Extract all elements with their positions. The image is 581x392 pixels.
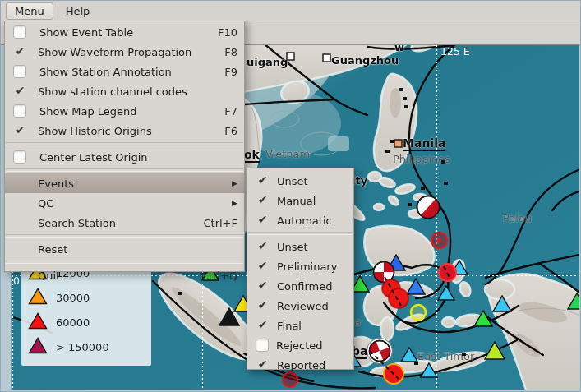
checkbox-unchecked-icon[interactable] (256, 339, 269, 352)
menu-dropdown: Show Event TableF10✔Show Waveform Propag… (4, 19, 245, 272)
menu-item-center-latest-origin[interactable]: Center Latest Origin (5, 147, 244, 167)
menu-item-automatic[interactable]: ✔Automatic (247, 210, 353, 230)
checkbox-checked-icon[interactable]: ✔ (256, 260, 270, 273)
checkbox-unchecked-icon[interactable] (13, 65, 26, 78)
menu-item-label: Automatic (277, 214, 347, 227)
checkbox-checked-icon[interactable]: ✔ (13, 124, 27, 137)
legend-value: > 150000 (56, 341, 109, 353)
submenu-arrow-icon: ▶ (232, 179, 237, 187)
menu-item-label: Show Historic Origins (38, 125, 214, 137)
station-tick-marker[interactable] (414, 353, 418, 368)
legend-row: 30000 (21, 285, 151, 310)
origin-uncertainty-dashes (440, 263, 453, 284)
station-triangle-marker[interactable] (473, 310, 493, 330)
menu-item-shortcut: F6 (224, 125, 237, 137)
menu-item-label: Final (277, 320, 347, 332)
menu-item-final[interactable]: ✔Final (247, 316, 353, 335)
menu-item-reported[interactable]: ✔Reported (247, 355, 353, 375)
events-submenu: ✔Unset✔Manual✔Automatic✔Unset✔Preliminar… (247, 168, 354, 370)
focal-mechanism-beachball[interactable] (415, 194, 441, 224)
menu-item-unset[interactable]: ✔Unset (247, 171, 353, 191)
menubar-item-menu[interactable]: Menu (6, 2, 53, 20)
menu-item-shortcut: Ctrl+F (203, 217, 237, 229)
checkbox-checked-icon[interactable]: ✔ (256, 174, 270, 187)
menu-item-label: QC (38, 197, 225, 210)
menu-item-show-station-channel-codes[interactable]: ✔Show station channel codes (5, 81, 244, 101)
checkbox-checked-icon[interactable]: ✔ (13, 85, 27, 98)
menu-separator (6, 142, 243, 145)
menu-item-shortcut: Ctrl+Q (201, 270, 237, 282)
legend-row: > 150000 (21, 334, 151, 359)
menu-item-shortcut: F7 (224, 105, 237, 118)
station-tick-marker[interactable] (462, 344, 466, 359)
checkbox-checked-icon[interactable]: ✔ (256, 279, 270, 293)
menu-bar: MenuHelp (1, 1, 580, 21)
checkbox-checked-icon[interactable]: ✔ (256, 214, 270, 227)
menu-item-label: Show Station Annotation (39, 66, 214, 78)
menu-item-show-map-legend[interactable]: Show Map LegendF7 (5, 101, 244, 121)
menu-item-show-event-table[interactable]: Show Event TableF10 (5, 22, 244, 42)
application-window: MenuHelp (0, 0, 581, 392)
menu-item-show-historic-origins[interactable]: ✔Show Historic OriginsF6 (5, 121, 244, 141)
checkbox-unchecked-icon[interactable] (13, 150, 26, 164)
checkbox-unchecked-icon[interactable] (13, 104, 26, 118)
menu-item-search-station[interactable]: Search StationCtrl+F (5, 213, 244, 233)
menu-item-label: Rejected (276, 339, 347, 352)
city-square-marker (394, 136, 403, 151)
menu-item-unset[interactable]: ✔Unset (247, 237, 353, 256)
station-triangle-marker[interactable] (492, 295, 512, 316)
city-square-marker (322, 50, 331, 66)
menu-item-reviewed[interactable]: ✔Reviewed (247, 296, 353, 316)
station-triangle-marker[interactable] (484, 341, 505, 363)
checkbox-checked-icon[interactable]: ✔ (13, 45, 27, 58)
checkbox-checked-icon[interactable]: ✔ (256, 358, 270, 371)
menu-item-quit[interactable]: QuitCtrl+Q (5, 265, 244, 285)
checkbox-checked-icon[interactable]: ✔ (256, 299, 270, 312)
station-tick-marker[interactable] (408, 194, 412, 210)
legend-triangle-icon (28, 337, 48, 357)
menu-item-qc[interactable]: QC▶ (5, 193, 244, 213)
menu-separator (6, 261, 243, 264)
menu-check-spacer (13, 269, 27, 282)
menu-item-label: Events (38, 178, 225, 190)
station-triangle-marker[interactable] (567, 293, 579, 313)
menu-check-spacer (13, 177, 27, 190)
checkbox-checked-icon[interactable]: ✔ (256, 240, 270, 253)
menu-item-label: Search Station (38, 217, 193, 229)
station-tick-marker[interactable] (421, 178, 425, 193)
menu-separator (6, 234, 243, 238)
menu-check-spacer (13, 242, 27, 256)
station-tick-marker[interactable] (404, 96, 408, 112)
menu-item-manual[interactable]: ✔Manual (247, 191, 353, 210)
menu-item-show-station-annotation[interactable]: Show Station AnnotationF9 (5, 62, 244, 81)
menu-item-label: Center Latest Origin (39, 151, 237, 164)
station-tick-marker[interactable] (441, 151, 445, 167)
station-tick-marker[interactable] (444, 173, 448, 188)
station-tick-marker[interactable] (390, 131, 394, 146)
station-triangle-marker[interactable] (437, 285, 455, 304)
menu-item-events[interactable]: Events▶ (5, 173, 244, 193)
menu-item-label: Show Waveform Propagation (38, 46, 214, 58)
checkbox-unchecked-icon[interactable] (13, 25, 26, 39)
legend-row: 60000 (21, 310, 151, 334)
menu-item-reset[interactable]: Reset (5, 239, 244, 259)
menu-item-label: Reported (277, 359, 347, 371)
menu-item-confirmed[interactable]: ✔Confirmed (247, 276, 353, 296)
menu-item-rejected[interactable]: Rejected (247, 335, 353, 355)
menu-check-spacer (13, 216, 27, 229)
checkbox-checked-icon[interactable]: ✔ (256, 194, 270, 207)
event-origin-marker[interactable] (429, 230, 450, 254)
menu-item-show-waveform-propagation[interactable]: ✔Show Waveform PropagationF8 (5, 42, 244, 62)
station-tick-marker[interactable] (385, 141, 390, 156)
menu-item-label: Reset (38, 243, 237, 256)
legend-triangle-icon (28, 312, 48, 332)
event-origin-marker-yellow[interactable] (408, 302, 428, 325)
menu-item-preliminary[interactable]: ✔Preliminary (247, 256, 353, 276)
legend-triangle-icon (28, 288, 48, 307)
menu-item-label: Show Map Legend (39, 105, 214, 118)
menubar-item-help[interactable]: Help (57, 2, 99, 20)
menu-item-label: Unset (277, 241, 347, 253)
checkbox-checked-icon[interactable]: ✔ (256, 319, 270, 332)
station-triangle-marker[interactable] (420, 362, 438, 381)
menu-item-label: Manual (277, 195, 347, 207)
